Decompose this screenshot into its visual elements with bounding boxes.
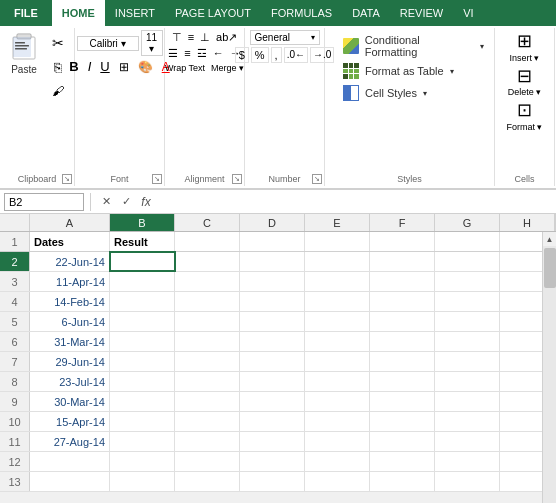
cell-e3[interactable] — [305, 272, 370, 291]
cell-b5[interactable] — [110, 312, 175, 331]
cell-c6[interactable] — [175, 332, 240, 351]
font-name-dropdown[interactable]: Calibri ▾ — [77, 36, 139, 51]
format-table-button[interactable]: Format as Table ▾ — [337, 61, 488, 81]
cell-b7[interactable] — [110, 352, 175, 371]
cell-a7[interactable]: 29-Jun-14 — [30, 352, 110, 371]
cell-f7[interactable] — [370, 352, 435, 371]
cell-a1[interactable]: Dates — [30, 232, 110, 251]
cell-h2[interactable] — [500, 252, 542, 271]
format-cells-button[interactable]: ⊡ Format ▾ — [505, 99, 543, 133]
cell-d1[interactable] — [240, 232, 305, 251]
cell-c11[interactable] — [175, 432, 240, 451]
cell-d4[interactable] — [240, 292, 305, 311]
cell-f5[interactable] — [370, 312, 435, 331]
cell-h10[interactable] — [500, 412, 542, 431]
cell-g4[interactable] — [435, 292, 500, 311]
cell-b2[interactable] — [110, 252, 175, 271]
cell-h1[interactable] — [500, 232, 542, 251]
cell-c8[interactable] — [175, 372, 240, 391]
top-align-button[interactable]: ⊤ — [170, 30, 184, 45]
cell-c7[interactable] — [175, 352, 240, 371]
cell-g7[interactable] — [435, 352, 500, 371]
cell-f10[interactable] — [370, 412, 435, 431]
number-format-dropdown[interactable]: General▾ — [250, 30, 320, 45]
cell-c4[interactable] — [175, 292, 240, 311]
scroll-thumb[interactable] — [544, 248, 556, 288]
cell-h11[interactable] — [500, 432, 542, 451]
cell-e13[interactable] — [305, 472, 370, 491]
cell-h6[interactable] — [500, 332, 542, 351]
cell-f4[interactable] — [370, 292, 435, 311]
cell-b11[interactable] — [110, 432, 175, 451]
name-box[interactable]: B2 — [4, 193, 84, 211]
font-dialog-launcher[interactable]: ↘ — [152, 174, 162, 184]
bold-button[interactable]: B — [66, 58, 81, 75]
cell-d6[interactable] — [240, 332, 305, 351]
cell-e9[interactable] — [305, 392, 370, 411]
cell-e5[interactable] — [305, 312, 370, 331]
bottom-align-button[interactable]: ⊥ — [198, 30, 212, 45]
cell-f13[interactable] — [370, 472, 435, 491]
cell-a11[interactable]: 27-Aug-14 — [30, 432, 110, 451]
cell-a9[interactable]: 30-Mar-14 — [30, 392, 110, 411]
italic-button[interactable]: I — [85, 58, 95, 75]
cell-d11[interactable] — [240, 432, 305, 451]
cell-h5[interactable] — [500, 312, 542, 331]
cell-c3[interactable] — [175, 272, 240, 291]
formula-input[interactable] — [159, 193, 552, 211]
cell-d10[interactable] — [240, 412, 305, 431]
cell-b4[interactable] — [110, 292, 175, 311]
cell-c13[interactable] — [175, 472, 240, 491]
cell-f9[interactable] — [370, 392, 435, 411]
cell-a6[interactable]: 31-Mar-14 — [30, 332, 110, 351]
indent-decrease-button[interactable]: ← — [211, 46, 226, 61]
accounting-button[interactable]: $ — [235, 47, 249, 63]
cell-styles-button[interactable]: Cell Styles ▾ — [337, 83, 488, 103]
cell-g12[interactable] — [435, 452, 500, 471]
cell-d9[interactable] — [240, 392, 305, 411]
cell-c12[interactable] — [175, 452, 240, 471]
cell-b1[interactable]: Result — [110, 232, 175, 251]
cell-d3[interactable] — [240, 272, 305, 291]
cell-b13[interactable] — [110, 472, 175, 491]
tab-formulas[interactable]: FORMULAS — [261, 0, 342, 26]
right-align-button[interactable]: ☲ — [195, 46, 209, 61]
center-align-button[interactable]: ≡ — [182, 46, 192, 61]
number-dialog-launcher[interactable]: ↘ — [312, 174, 322, 184]
cell-a12[interactable] — [30, 452, 110, 471]
cell-e12[interactable] — [305, 452, 370, 471]
cell-g10[interactable] — [435, 412, 500, 431]
vertical-scrollbar[interactable]: ▲ ▼ — [542, 232, 556, 503]
cell-a5[interactable]: 6-Jun-14 — [30, 312, 110, 331]
cell-h7[interactable] — [500, 352, 542, 371]
insert-cells-button[interactable]: ⊞ Insert ▾ — [508, 30, 540, 64]
cell-h12[interactable] — [500, 452, 542, 471]
cell-d2[interactable] — [240, 252, 305, 271]
font-size-dropdown[interactable]: 11 ▾ — [141, 30, 163, 56]
cell-g13[interactable] — [435, 472, 500, 491]
cell-b8[interactable] — [110, 372, 175, 391]
cell-c2[interactable] — [175, 252, 240, 271]
cell-c10[interactable] — [175, 412, 240, 431]
cell-f11[interactable] — [370, 432, 435, 451]
cell-g11[interactable] — [435, 432, 500, 451]
tab-review[interactable]: REVIEW — [390, 0, 453, 26]
cell-c5[interactable] — [175, 312, 240, 331]
tab-view[interactable]: VI — [453, 0, 483, 26]
cell-a10[interactable]: 15-Apr-14 — [30, 412, 110, 431]
cell-g2[interactable] — [435, 252, 500, 271]
tab-page-layout[interactable]: PAGE LAYOUT — [165, 0, 261, 26]
tab-file[interactable]: FILE — [0, 0, 52, 26]
cell-d8[interactable] — [240, 372, 305, 391]
cell-h9[interactable] — [500, 392, 542, 411]
cell-h4[interactable] — [500, 292, 542, 311]
percent-button[interactable]: % — [251, 47, 269, 63]
scroll-up-button[interactable]: ▲ — [543, 232, 557, 246]
cancel-formula-button[interactable]: ✕ — [97, 193, 115, 211]
cell-f1[interactable] — [370, 232, 435, 251]
cell-a2[interactable]: 22-Jun-14 — [30, 252, 110, 271]
cell-a13[interactable] — [30, 472, 110, 491]
cell-h3[interactable] — [500, 272, 542, 291]
cell-d7[interactable] — [240, 352, 305, 371]
cell-e1[interactable] — [305, 232, 370, 251]
